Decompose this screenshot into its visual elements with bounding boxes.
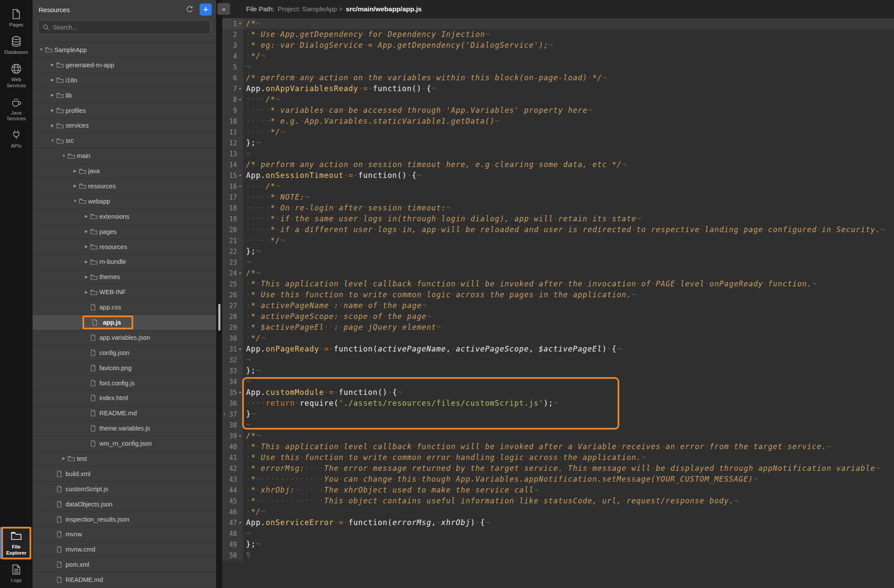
- tree-item-inspection_results.json[interactable]: inspection_results.json: [33, 512, 216, 527]
- tree-item-wm_rn_config.json[interactable]: wm_rn_config.json: [33, 436, 216, 451]
- tree-item-mvnw[interactable]: mvnw: [33, 527, 216, 542]
- code-line-19[interactable]: 19·····*·if·the·same·user·logs·in(throug…: [222, 214, 894, 224]
- code-line-48[interactable]: 48¬: [222, 528, 894, 539]
- tree-item-test[interactable]: ▶test: [33, 451, 216, 466]
- expand-arrow-icon[interactable]: ▶: [71, 169, 79, 173]
- code-line-34[interactable]: 34¬: [222, 376, 894, 387]
- code-line-6[interactable]: 6/*·perform·any·action·on·the·variables·…: [222, 72, 894, 83]
- code-line-36[interactable]: 36····return·require('./assets/resources…: [222, 398, 894, 409]
- tree-item-config.json[interactable]: config.json: [33, 345, 216, 361]
- expand-arrow-icon[interactable]: ▼: [49, 139, 56, 143]
- tree-item-app.variables.json[interactable]: app.variables.json: [33, 330, 216, 345]
- tree-item-profiles[interactable]: ▶profiles: [33, 103, 216, 118]
- code-line-10[interactable]: 10·····*·e.g.·App.Variables.staticVariab…: [222, 116, 894, 127]
- code-line-43[interactable]: 43·*··············You·can·change·this·th…: [222, 474, 894, 485]
- tree-item-dataObjects.json[interactable]: dataObjects.json: [33, 497, 216, 512]
- tree-item-pom.xml[interactable]: pom.xml: [33, 557, 216, 572]
- code-line-13[interactable]: 13¬: [222, 148, 894, 159]
- code-line-29[interactable]: 29·*·$activePageEl··:·page·jQuery·elemen…: [222, 322, 894, 333]
- rail-item-pages[interactable]: Pages: [0, 4, 33, 32]
- code-line-28[interactable]: 28·*·activePageScope:·scope·of·the·page¬: [222, 311, 894, 322]
- tree-item-services[interactable]: ▶services: [33, 118, 216, 133]
- code-line-33[interactable]: 33};¬: [222, 365, 894, 376]
- fold-arrow-icon[interactable]: ▼: [237, 174, 243, 177]
- tree-item-generated-rn-app[interactable]: ▶generated-rn-app: [33, 58, 216, 73]
- expand-arrow-icon[interactable]: ▶: [82, 290, 90, 294]
- code-line-5[interactable]: 5¬: [222, 62, 894, 72]
- fold-arrow-icon[interactable]: ▼: [237, 391, 243, 394]
- code-line-40[interactable]: 40·*·This·application·level·callback·fun…: [222, 441, 894, 452]
- code-line-17[interactable]: 17·····*·NOTE:¬: [222, 192, 894, 203]
- tree-item-lib[interactable]: ▶lib: [33, 88, 216, 103]
- fold-arrow-icon[interactable]: ▼: [237, 98, 243, 102]
- expand-arrow-icon[interactable]: ▼: [60, 154, 68, 158]
- code-line-18[interactable]: 18·····*·On·re-login·after·session·timeo…: [222, 203, 894, 214]
- code-line-37[interactable]: i37}¬: [222, 409, 894, 420]
- code-line-27[interactable]: 27·*·activePageName·:·name·of·the·page¬: [222, 300, 894, 311]
- code-line-38[interactable]: 38¬: [222, 420, 894, 430]
- tree-item-java[interactable]: ▶java: [33, 164, 216, 179]
- tree-item-README.md[interactable]: README.md: [33, 406, 216, 421]
- code-line-44[interactable]: 44·*·xhrObj:······The·xhrObject·used·to·…: [222, 485, 894, 496]
- expand-arrow-icon[interactable]: ▶: [71, 184, 79, 188]
- code-line-2[interactable]: 2·*·Use·App.getDependency·for·Dependency…: [222, 29, 894, 40]
- tree-item-customScript.js[interactable]: customScript.js: [33, 482, 216, 497]
- code-line-21[interactable]: 21·····*/¬: [222, 235, 894, 246]
- fold-arrow-icon[interactable]: ▼: [237, 87, 243, 91]
- expand-arrow-icon[interactable]: ▶: [60, 457, 68, 460]
- code-line-45[interactable]: 45·*··············This·object·contains·u…: [222, 496, 894, 506]
- tree-item-main[interactable]: ▼main: [33, 148, 216, 164]
- tree-item-index.html[interactable]: index.html: [33, 391, 216, 406]
- code-line-41[interactable]: 41·*·Use·this·function·to·write·common·e…: [222, 452, 894, 463]
- tree-item-theme.variables.js[interactable]: theme.variables.js: [33, 421, 216, 436]
- expand-arrow-icon[interactable]: ▶: [82, 214, 90, 218]
- rail-item-apis[interactable]: APIs: [0, 125, 33, 153]
- scrollbar-thumb[interactable]: [218, 304, 220, 331]
- fold-arrow-icon[interactable]: ▼: [237, 434, 243, 438]
- rail-item-file-explorer[interactable]: File Explorer: [0, 526, 33, 559]
- code-line-25[interactable]: 25·*·This·application·level·callback·fun…: [222, 279, 894, 289]
- fold-arrow-icon[interactable]: ▼: [237, 185, 243, 188]
- rail-item-databases[interactable]: Databases: [0, 32, 33, 59]
- tree-item-app.css[interactable]: app.css: [33, 300, 216, 315]
- rail-item-web-services[interactable]: Web Services: [0, 59, 33, 92]
- add-resource-button[interactable]: +: [200, 3, 212, 16]
- expand-arrow-icon[interactable]: ▶: [82, 260, 90, 264]
- tree-item-font.config.js[interactable]: font.config.js: [33, 376, 216, 391]
- tree-item-app.js[interactable]: app.js: [33, 315, 216, 330]
- search-input[interactable]: [53, 24, 206, 31]
- code-line-35[interactable]: 35▼App.customModule·=·function()·{¬: [222, 387, 894, 398]
- code-line-30[interactable]: 30·*/¬: [222, 333, 894, 344]
- expand-arrow-icon[interactable]: ▼: [37, 48, 45, 52]
- fold-arrow-icon[interactable]: ▼: [237, 521, 243, 525]
- expand-arrow-icon[interactable]: ▶: [82, 275, 90, 279]
- code-line-32[interactable]: 32¬: [222, 355, 894, 365]
- code-line-14[interactable]: 14/*·perform·any·action·on·session·timeo…: [222, 159, 894, 170]
- code-line-7[interactable]: 7▼App.onAppVariablesReady·=·function()·{…: [222, 83, 894, 94]
- code-line-46[interactable]: 46·*/¬: [222, 506, 894, 517]
- tree-item-resources[interactable]: ▶resources: [33, 240, 216, 255]
- code-editor[interactable]: 1▼/*¬2·*·Use·App.getDependency·for·Depen…: [222, 18, 894, 588]
- fold-arrow-icon[interactable]: ▼: [237, 348, 243, 351]
- expand-arrow-icon[interactable]: ▶: [49, 78, 56, 82]
- code-line-31[interactable]: 31▼App.onPageReady·=·function(activePage…: [222, 344, 894, 355]
- code-line-11[interactable]: 11·····*/¬: [222, 127, 894, 138]
- code-line-47[interactable]: 47▼App.onServiceError·=·function(errorMs…: [222, 517, 894, 528]
- fold-arrow-icon[interactable]: ▼: [237, 22, 243, 26]
- collapse-panel-button[interactable]: «: [217, 3, 230, 15]
- tree-item-i18n[interactable]: ▶i18n: [33, 73, 216, 88]
- tree-item-webapp[interactable]: ▼webapp: [33, 194, 216, 209]
- code-line-23[interactable]: 23¬: [222, 257, 894, 268]
- tree-item-mvnw.cmd[interactable]: mvnw.cmd: [33, 542, 216, 557]
- tree-item-favicon.png[interactable]: favicon.png: [33, 361, 216, 376]
- code-line-42[interactable]: 42·*·errorMsg:····The·error·message·retu…: [222, 463, 894, 474]
- code-line-8[interactable]: 8▼····/*¬: [222, 94, 894, 105]
- code-line-26[interactable]: 26·*·Use·this·function·to·write·common·l…: [222, 289, 894, 300]
- panel-scrollbar[interactable]: [216, 0, 222, 588]
- tree-item-src[interactable]: ▼src: [33, 133, 216, 148]
- tree-item-README.md[interactable]: README.md: [33, 572, 216, 588]
- code-line-24[interactable]: 24▼/*¬: [222, 268, 894, 279]
- fold-arrow-icon[interactable]: ▼: [237, 272, 243, 275]
- expand-arrow-icon[interactable]: ▶: [82, 230, 90, 233]
- code-line-16[interactable]: 16▼····/*¬: [222, 181, 894, 192]
